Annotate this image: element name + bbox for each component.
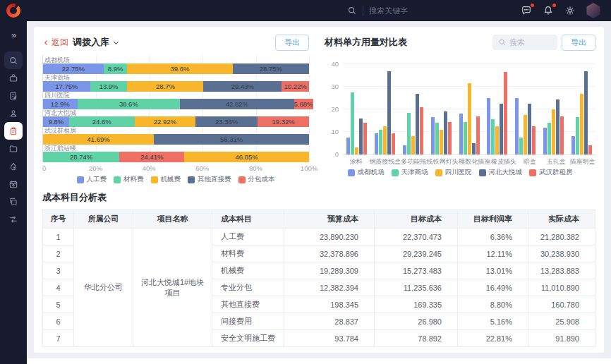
segment-value-label: 23.36% xyxy=(215,118,238,126)
chevron-down-icon xyxy=(112,39,120,47)
messages-button[interactable] xyxy=(520,4,533,17)
bar xyxy=(444,111,447,154)
x-tick-label: 60% xyxy=(195,164,209,172)
bar-segment: 28.7% xyxy=(127,81,203,92)
column-header: 所属公司 xyxy=(74,210,133,229)
data-cell: 30,238.930 xyxy=(528,245,595,262)
segment-value-label: 29.43% xyxy=(231,83,254,90)
logo-icon xyxy=(6,4,20,18)
sidebar-item-transfer[interactable] xyxy=(4,210,23,228)
grouped-chart-section: 材料单方用量对比表 导出 010203040 xyxy=(325,34,595,184)
data-cell: 21,280.382 xyxy=(528,229,595,245)
legend-item[interactable]: 武汉群租房 xyxy=(529,168,573,177)
bar xyxy=(524,115,527,154)
legend-item[interactable]: 分包成本 xyxy=(238,175,275,184)
legend-item[interactable]: 河北大悦城 xyxy=(479,168,523,177)
bar xyxy=(387,71,391,154)
bar-segment: 23.36% xyxy=(195,116,258,127)
bar-group xyxy=(539,65,567,154)
sidebar-item-bank[interactable] xyxy=(4,69,23,87)
data-cell: 12,382.394 xyxy=(284,279,375,296)
back-link[interactable]: 返回 xyxy=(42,37,68,49)
user-avatar[interactable] xyxy=(586,3,601,18)
column-header: 目标成本 xyxy=(375,210,458,229)
bar xyxy=(407,113,411,154)
legend-item[interactable]: 天津商场 xyxy=(392,168,428,177)
export-button-right[interactable]: 导出 xyxy=(562,35,595,51)
legend-item[interactable]: 人工费 xyxy=(77,175,107,184)
category-label: 河北大悦城 xyxy=(43,109,309,116)
message-icon xyxy=(521,5,532,16)
bar-segment: 5.68% xyxy=(294,99,313,109)
global-search-input[interactable] xyxy=(369,6,447,15)
chart-search-input[interactable] xyxy=(509,38,550,47)
notifications-button[interactable] xyxy=(542,4,555,17)
bar-segment: 24.41% xyxy=(119,152,184,162)
stacked-bar-row: 浙江航站楼28.74%24.41%46.85% xyxy=(43,145,309,162)
settings-button[interactable] xyxy=(564,4,576,17)
search-icon xyxy=(498,38,507,47)
sidebar-item-calendar-settings[interactable] xyxy=(4,175,23,193)
global-search[interactable] xyxy=(347,6,447,16)
bar-segment: 28.75% xyxy=(233,63,309,74)
x-category-label: 涂料 xyxy=(343,157,369,166)
segment-value-label: 24.6% xyxy=(92,118,111,126)
bar-group xyxy=(483,65,512,154)
page-title-dropdown[interactable]: 调拨入库 xyxy=(73,36,120,49)
bar xyxy=(459,114,463,154)
sidebar-item-document-edit[interactable] xyxy=(4,87,23,104)
legend-item[interactable]: 其他直接费 xyxy=(188,175,231,184)
segment-value-label: 9.8% xyxy=(49,118,64,126)
app-logo[interactable] xyxy=(0,0,27,21)
segment-value-label: 17.75% xyxy=(55,83,78,90)
sidebar-item-copy[interactable] xyxy=(4,193,23,210)
bar-segment: 19.32% xyxy=(258,116,309,127)
sidebar-item-user[interactable] xyxy=(4,104,23,122)
bar xyxy=(392,133,395,154)
bar-group xyxy=(427,65,455,154)
x-category-label: 插座明盒 xyxy=(569,157,595,166)
bar xyxy=(500,104,503,154)
sidebar-item-droplet[interactable] xyxy=(4,157,23,175)
legend-item[interactable]: 机械费 xyxy=(151,175,181,184)
segment-value-label: 22.92% xyxy=(154,118,176,126)
sidebar-item-search[interactable] xyxy=(4,51,23,69)
sidebar-item-clipboard[interactable] xyxy=(4,122,23,140)
bar xyxy=(359,119,363,154)
content-panel: 返回 调拨入库 导出 成都机场22.75%8.9%39.6%28.75%天津商场… xyxy=(34,27,604,353)
chart-search[interactable] xyxy=(492,35,557,50)
legend-label: 河北大悦城 xyxy=(489,168,523,177)
legend-item[interactable]: 四川医院 xyxy=(435,168,472,177)
sidebar-item-folder[interactable] xyxy=(4,140,23,157)
search-icon xyxy=(347,6,357,16)
y-tick-label: 30 xyxy=(325,83,339,90)
stacked-bar: 17.75%13.9%28.7%29.43%10.22% xyxy=(43,81,309,92)
bar xyxy=(403,145,406,154)
bar xyxy=(532,126,536,154)
bar-group xyxy=(455,65,483,154)
bar-group xyxy=(512,65,540,154)
top-header xyxy=(0,0,611,21)
content-canvas: 返回 调拨入库 导出 成都机场22.75%8.9%39.6%28.75%天津商场… xyxy=(27,21,611,358)
legend-item[interactable]: 成都机场 xyxy=(348,168,385,177)
bar-segment: 9.8% xyxy=(43,116,69,127)
bar xyxy=(363,123,367,154)
x-category-label: 钢质接线盒 xyxy=(369,157,401,166)
bar xyxy=(491,119,495,154)
stacked-bar-row: 河北大悦城9.8%24.6%22.92%23.36%19.32% xyxy=(43,109,309,127)
sidebar-nav: » xyxy=(0,21,27,364)
y-tick-label: 10 xyxy=(325,128,339,135)
data-cell: 安全文明施工费 xyxy=(212,330,284,347)
bar xyxy=(548,123,551,154)
bar-segment: 22.75% xyxy=(43,63,104,74)
sidebar-expand-button[interactable]: » xyxy=(11,30,16,40)
export-button-left[interactable]: 导出 xyxy=(275,35,309,51)
data-cell: 22.81% xyxy=(458,330,528,347)
user-icon xyxy=(8,109,18,119)
column-header: 实际成本 xyxy=(528,210,595,229)
segment-value-label: 28.75% xyxy=(260,65,282,73)
legend-item[interactable]: 材料费 xyxy=(114,175,144,184)
company-cell: 华北分公司 xyxy=(74,229,133,347)
bar xyxy=(464,122,467,154)
divider xyxy=(363,6,363,16)
